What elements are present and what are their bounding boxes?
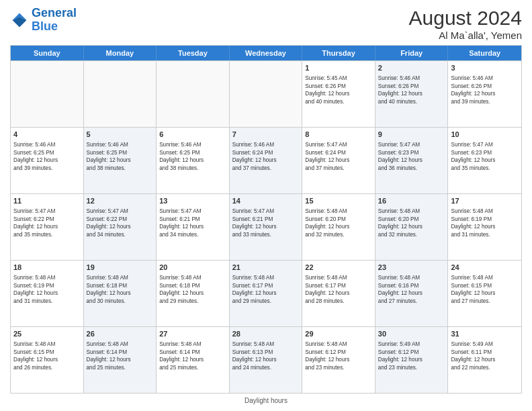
day-info-line: Sunset: 6:14 PM: [159, 349, 226, 356]
day-info-line: Sunrise: 5:48 AM: [451, 208, 519, 215]
day-info-line: Daylight: 12 hours: [305, 223, 372, 230]
day-info-line: Daylight: 12 hours: [232, 223, 300, 230]
day-info-line: Sunrise: 5:46 AM: [451, 75, 519, 82]
weekday-header-tuesday: Tuesday: [157, 46, 230, 60]
day-info-line: Sunset: 6:25 PM: [87, 149, 154, 156]
day-number: 5: [87, 130, 154, 140]
day-number: 17: [451, 196, 519, 206]
day-info-line: Sunrise: 5:48 AM: [378, 274, 445, 281]
calendar: SundayMondayTuesdayWednesdayThursdayFrid…: [10, 45, 522, 394]
day-info-line: Sunrise: 5:46 AM: [232, 141, 300, 148]
day-info-line: Sunset: 6:14 PM: [87, 349, 154, 356]
day-cell-11: 11Sunrise: 5:47 AMSunset: 6:22 PMDayligh…: [11, 194, 84, 260]
day-info-line: Daylight: 12 hours: [13, 356, 81, 363]
day-number: 1: [305, 63, 372, 73]
day-cell-1: 1Sunrise: 5:45 AMSunset: 6:26 PMDaylight…: [302, 61, 375, 127]
daylight-label: Daylight hours: [245, 397, 287, 404]
day-info-line: Daylight: 12 hours: [159, 156, 226, 164]
day-info-line: and 37 minutes.: [232, 165, 300, 172]
day-info-line: and 29 minutes.: [232, 298, 300, 305]
day-info-line: Daylight: 12 hours: [378, 356, 445, 363]
day-info-line: Sunset: 6:24 PM: [305, 149, 372, 156]
day-info-line: Sunset: 6:26 PM: [451, 83, 519, 90]
day-info-line: Sunset: 6:17 PM: [305, 282, 372, 289]
day-number: 28: [232, 329, 300, 339]
day-cell-22: 22Sunrise: 5:48 AMSunset: 6:17 PMDayligh…: [302, 261, 375, 326]
day-info-line: Sunrise: 5:48 AM: [159, 274, 226, 281]
logo-blue: Blue: [32, 19, 58, 33]
day-info-line: Sunset: 6:24 PM: [232, 149, 300, 156]
day-info-line: Sunrise: 5:48 AM: [305, 274, 372, 281]
day-number: 16: [378, 196, 445, 206]
day-info-line: and 35 minutes.: [451, 165, 519, 172]
day-cell-17: 17Sunrise: 5:48 AMSunset: 6:19 PMDayligh…: [448, 194, 521, 260]
day-info-line: and 25 minutes.: [87, 364, 154, 371]
day-cell-3: 3Sunrise: 5:46 AMSunset: 6:26 PMDaylight…: [448, 61, 521, 127]
day-cell-9: 9Sunrise: 5:47 AMSunset: 6:23 PMDaylight…: [375, 128, 449, 193]
day-info-line: and 34 minutes.: [87, 231, 154, 238]
day-number: 30: [378, 329, 445, 339]
day-info-line: and 32 minutes.: [305, 231, 372, 238]
day-info-line: and 27 minutes.: [451, 298, 519, 305]
day-info-line: Sunset: 6:21 PM: [159, 216, 226, 223]
day-info-line: Daylight: 12 hours: [305, 289, 372, 297]
day-cell-6: 6Sunrise: 5:46 AMSunset: 6:25 PMDaylight…: [157, 128, 230, 193]
day-cell-23: 23Sunrise: 5:48 AMSunset: 6:16 PMDayligh…: [375, 261, 449, 326]
day-info-line: and 30 minutes.: [87, 298, 154, 305]
weekday-header-wednesday: Wednesday: [230, 46, 303, 60]
day-number: 8: [305, 130, 372, 140]
day-cell-20: 20Sunrise: 5:48 AMSunset: 6:18 PMDayligh…: [157, 261, 230, 326]
day-number: 25: [13, 329, 81, 339]
day-info-line: Daylight: 12 hours: [159, 289, 226, 297]
day-info-line: Sunrise: 5:45 AM: [305, 75, 372, 82]
day-number: 2: [378, 63, 445, 73]
logo-icon: [10, 11, 29, 30]
day-info-line: Daylight: 12 hours: [159, 356, 226, 363]
day-info-line: Daylight: 12 hours: [305, 156, 372, 164]
day-cell-29: 29Sunrise: 5:48 AMSunset: 6:12 PMDayligh…: [302, 327, 375, 393]
day-info-line: and 31 minutes.: [13, 298, 81, 305]
day-info-line: and 24 minutes.: [232, 364, 300, 371]
day-info-line: Sunset: 6:23 PM: [378, 149, 445, 156]
day-number: 24: [451, 263, 519, 273]
calendar-body: 1Sunrise: 5:45 AMSunset: 6:26 PMDaylight…: [11, 60, 521, 393]
day-info-line: Sunrise: 5:47 AM: [305, 141, 372, 148]
day-info-line: Daylight: 12 hours: [232, 156, 300, 164]
day-info-line: Sunrise: 5:48 AM: [232, 274, 300, 281]
day-info-line: Daylight: 12 hours: [451, 90, 519, 97]
day-info-line: Daylight: 12 hours: [378, 156, 445, 164]
day-info-line: Sunset: 6:18 PM: [159, 282, 226, 289]
day-number: 22: [305, 263, 372, 273]
day-cell-7: 7Sunrise: 5:46 AMSunset: 6:24 PMDaylight…: [230, 128, 303, 193]
day-info-line: and 38 minutes.: [159, 165, 226, 172]
day-info-line: Daylight: 12 hours: [378, 223, 445, 230]
day-info-line: Daylight: 12 hours: [451, 356, 519, 363]
day-number: 10: [451, 130, 519, 140]
day-cell-5: 5Sunrise: 5:46 AMSunset: 6:25 PMDaylight…: [84, 128, 157, 193]
day-info-line: Sunset: 6:13 PM: [232, 349, 300, 356]
day-cell-14: 14Sunrise: 5:47 AMSunset: 6:21 PMDayligh…: [230, 194, 303, 260]
day-info-line: Daylight: 12 hours: [378, 289, 445, 297]
day-info-line: Sunrise: 5:48 AM: [13, 274, 81, 281]
day-info-line: Sunset: 6:25 PM: [159, 149, 226, 156]
day-cell-25: 25Sunrise: 5:48 AMSunset: 6:15 PMDayligh…: [11, 327, 84, 393]
day-info-line: and 32 minutes.: [378, 231, 445, 238]
day-number: 31: [451, 329, 519, 339]
day-cell-19: 19Sunrise: 5:48 AMSunset: 6:18 PMDayligh…: [84, 261, 157, 326]
calendar-header: SundayMondayTuesdayWednesdayThursdayFrid…: [11, 46, 521, 60]
day-info-line: Sunrise: 5:47 AM: [87, 208, 154, 215]
day-info-line: and 40 minutes.: [305, 98, 372, 105]
empty-cell: [157, 61, 230, 127]
day-info-line: Sunrise: 5:47 AM: [378, 141, 445, 148]
day-info-line: and 36 minutes.: [378, 165, 445, 172]
day-number: 20: [159, 263, 226, 273]
day-info-line: Sunrise: 5:48 AM: [13, 340, 81, 348]
day-info-line: Sunset: 6:20 PM: [378, 216, 445, 223]
day-number: 3: [451, 63, 519, 73]
day-info-line: Sunrise: 5:49 AM: [451, 340, 519, 348]
day-info-line: and 29 minutes.: [159, 298, 226, 305]
day-info-line: and 40 minutes.: [378, 98, 445, 105]
day-info-line: Sunset: 6:19 PM: [13, 282, 81, 289]
day-cell-27: 27Sunrise: 5:48 AMSunset: 6:14 PMDayligh…: [157, 327, 230, 393]
logo-general: General: [32, 6, 77, 19]
